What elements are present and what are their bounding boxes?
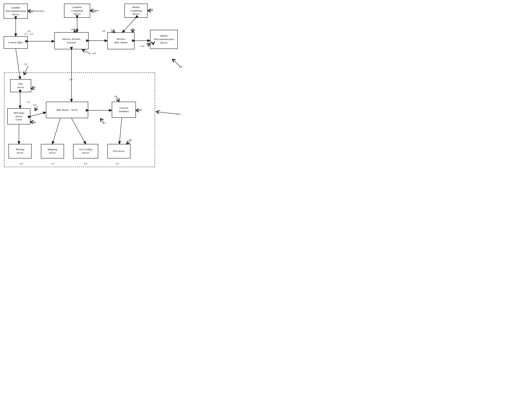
ref-122: 122	[32, 86, 36, 89]
node-xml-router: XML Router - Server	[46, 102, 88, 118]
ref-114: 114	[128, 139, 132, 142]
node-mapping-server: MappingServer	[41, 144, 64, 158]
ref-106: 106	[92, 52, 96, 55]
ref-128: 128	[29, 10, 33, 13]
ref-119: 119	[32, 121, 36, 124]
node-web-server: WebServer	[10, 79, 31, 92]
node-mobile-telecom: MobileTelecommunicationDevice	[150, 30, 178, 49]
node-poi-server: POI Server	[107, 144, 130, 158]
ref-109: 109	[69, 78, 73, 81]
node-central-office: Central Office	[4, 36, 28, 49]
ref-127: 127	[24, 33, 28, 36]
ref-126: 126	[27, 30, 30, 33]
node-internet: Internet, Intranet,Extranet	[54, 32, 89, 49]
diagram: Landline Telecommunication Device Landli…	[0, 0, 256, 210]
ref-113: 113	[102, 122, 106, 125]
ref-104: 104	[149, 8, 153, 11]
ref-120: 120	[33, 104, 36, 106]
ref-123: 123	[24, 63, 27, 66]
node-landline-telecom: Landline Telecommunication Device	[4, 4, 28, 19]
node-landline-computing: LandlineComputingDevice	[64, 4, 90, 18]
ref-125: 125	[30, 33, 33, 36]
ref-124: 124	[177, 113, 180, 116]
ref-121: 121	[27, 101, 30, 104]
ref-107: 107	[71, 28, 75, 31]
ref-105: 105	[102, 30, 105, 33]
ref-101: 101	[149, 41, 153, 44]
ref-115: 115	[116, 162, 119, 165]
node-general-db: GeneralDatabase	[112, 102, 136, 118]
ref-100: 100	[179, 65, 182, 68]
ref-112: 112	[139, 108, 142, 111]
ref-102: 102	[141, 45, 144, 48]
ref-103: 103	[130, 28, 134, 31]
node-mobile-computing: MobileComputingDevice	[124, 4, 148, 18]
svg-line-8	[111, 29, 114, 32]
ref-111: 111	[114, 95, 117, 98]
ref-118: 118	[19, 162, 23, 165]
node-routing-server: RoutingServer	[8, 144, 32, 158]
node-wireless-base: WirelessBase Station	[107, 32, 135, 49]
svg-line-12	[83, 50, 90, 54]
ref-108: 108	[93, 10, 96, 13]
svg-line-7	[74, 28, 78, 32]
ref-116: 116	[84, 162, 87, 165]
ref-117: 117	[51, 162, 55, 165]
node-geocoding-server: Geo-CodingServer	[73, 144, 98, 158]
svg-line-34	[157, 112, 178, 114]
node-web-page-client: Web PageServerClient	[7, 108, 30, 124]
